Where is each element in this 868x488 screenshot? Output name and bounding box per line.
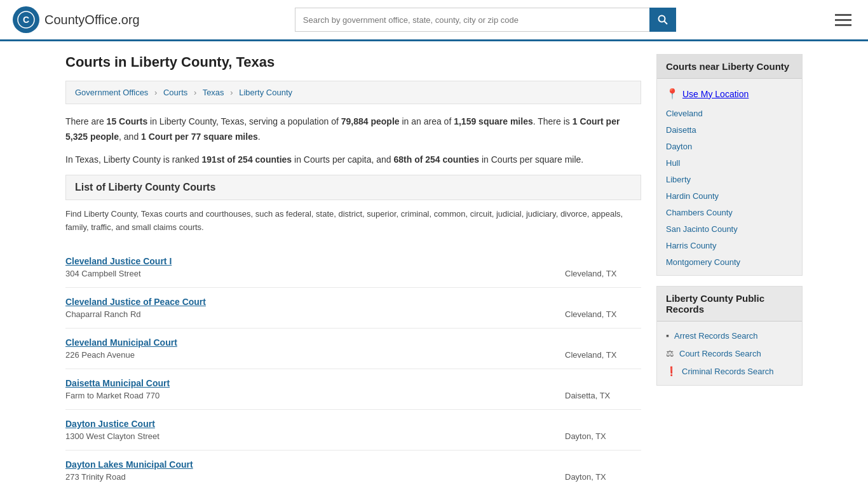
court-address: 1300 West Clayton Street bbox=[65, 431, 159, 441]
court-item: Dayton Lakes Municipal Court 273 Trinity… bbox=[65, 451, 641, 488]
logo-text: CountyOffice.org bbox=[44, 13, 140, 27]
court-details: 304 Campbell Street Cleveland, TX bbox=[65, 269, 641, 278]
court-item: Cleveland Justice Court I 304 Campbell S… bbox=[65, 247, 641, 288]
court-item: Daisetta Municipal Court Farm to Market … bbox=[65, 369, 641, 410]
pub-record-link[interactable]: Arrest Records Search bbox=[674, 331, 758, 341]
court-address: 273 Trinity Road bbox=[65, 472, 126, 482]
menu-line-1 bbox=[835, 14, 851, 16]
sidebar-county-item: San Jacinto County bbox=[657, 220, 802, 237]
logo-name: CountyOffice bbox=[44, 13, 118, 27]
use-my-location-item: 📍 Use My Location bbox=[657, 84, 802, 105]
public-records-section: Liberty County Public Records ▪ Arrest R… bbox=[656, 286, 803, 386]
courts-count: 15 Courts bbox=[107, 116, 148, 126]
svg-text:C: C bbox=[23, 15, 29, 25]
court-address: Farm to Market Road 770 bbox=[65, 391, 159, 400]
site-header: C CountyOffice.org bbox=[0, 0, 868, 41]
court-address: Chaparral Ranch Rd bbox=[65, 309, 141, 319]
sidebar-county-item: Harris County bbox=[657, 237, 802, 254]
sidebar-city-link[interactable]: Liberty bbox=[666, 175, 691, 184]
svg-point-2 bbox=[658, 16, 665, 22]
rec-icon: ❗ bbox=[666, 366, 677, 376]
breadcrumb-texas[interactable]: Texas bbox=[203, 88, 224, 97]
section-desc: Find Liberty County, Texas courts and co… bbox=[65, 208, 641, 234]
logo-icon: C bbox=[13, 6, 39, 33]
population: 79,884 people bbox=[341, 116, 400, 126]
sidebar-county-item: Hardin County bbox=[657, 187, 802, 204]
rank-miles: 68th of 254 counties bbox=[393, 154, 479, 165]
court-name[interactable]: Cleveland Justice Court I bbox=[65, 256, 641, 266]
svg-line-3 bbox=[664, 22, 667, 25]
breadcrumb-sep-1: › bbox=[154, 88, 157, 97]
search-area bbox=[295, 8, 676, 32]
per-miles: 1 Court per 77 square miles bbox=[141, 132, 258, 142]
court-item: Cleveland Municipal Court 226 Peach Aven… bbox=[65, 329, 641, 369]
sidebar-city-item: Hull bbox=[657, 154, 802, 171]
sidebar-county-link[interactable]: San Jacinto County bbox=[666, 224, 738, 234]
nearby-counties: Hardin CountyChambers CountySan Jacinto … bbox=[657, 187, 802, 270]
court-name[interactable]: Dayton Lakes Municipal Court bbox=[65, 459, 641, 470]
court-item: Dayton Justice Court 1300 West Clayton S… bbox=[65, 410, 641, 451]
rank-capita: 191st of 254 counties bbox=[202, 154, 292, 165]
court-city: Daisetta, TX bbox=[565, 391, 641, 400]
court-item: Cleveland Justice of Peace Court Chaparr… bbox=[65, 288, 641, 329]
sidebar-city-link[interactable]: Cleveland bbox=[666, 109, 703, 118]
pub-record-link[interactable]: Court Records Search bbox=[679, 349, 761, 358]
breadcrumb-sep-2: › bbox=[194, 88, 196, 97]
logo-suffix: .org bbox=[118, 13, 139, 27]
sidebar-county-link[interactable]: Chambers County bbox=[666, 208, 733, 217]
location-icon: 📍 bbox=[666, 88, 679, 100]
logo-area: C CountyOffice.org bbox=[13, 6, 140, 33]
court-name[interactable]: Cleveland Municipal Court bbox=[65, 337, 641, 348]
sidebar: Courts near Liberty County 📍 Use My Loca… bbox=[656, 54, 803, 488]
sidebar-county-link[interactable]: Hardin County bbox=[666, 191, 719, 201]
court-address: 226 Peach Avenue bbox=[65, 350, 135, 360]
search-button[interactable] bbox=[649, 8, 676, 32]
breadcrumb-gov[interactable]: Government Offices bbox=[75, 88, 148, 97]
sidebar-county-link[interactable]: Harris County bbox=[666, 241, 716, 250]
court-details: 273 Trinity Road Dayton, TX bbox=[65, 472, 641, 482]
pub-record-item: ▪ Arrest Records Search bbox=[657, 327, 802, 344]
pub-record-item: ⚖ Court Records Search bbox=[657, 344, 802, 362]
nearby-title: Courts near Liberty County bbox=[657, 55, 802, 79]
sidebar-city-item: Dayton bbox=[657, 138, 802, 154]
nearby-cities: ClevelandDaisettaDaytonHullLiberty bbox=[657, 105, 802, 187]
nearby-section: Courts near Liberty County 📍 Use My Loca… bbox=[656, 54, 803, 276]
area: 1,159 square miles bbox=[454, 116, 533, 126]
breadcrumb-liberty[interactable]: Liberty County bbox=[239, 88, 292, 97]
breadcrumb-courts[interactable]: Courts bbox=[163, 88, 187, 97]
pub-record-link[interactable]: Criminal Records Search bbox=[682, 367, 774, 376]
list-heading: List of Liberty County Courts bbox=[65, 175, 641, 200]
menu-button[interactable] bbox=[831, 10, 855, 30]
breadcrumb: Government Offices › Courts › Texas › Li… bbox=[65, 81, 641, 104]
court-name[interactable]: Daisetta Municipal Court bbox=[65, 378, 641, 388]
main-container: Courts in Liberty County, Texas Governme… bbox=[53, 41, 815, 488]
public-records-title: Liberty County Public Records bbox=[657, 287, 802, 322]
court-details: 1300 West Clayton Street Dayton, TX bbox=[65, 431, 641, 441]
court-name[interactable]: Cleveland Justice of Peace Court bbox=[65, 297, 641, 307]
pub-record-item: ❗ Criminal Records Search bbox=[657, 362, 802, 380]
court-city: Cleveland, TX bbox=[565, 269, 641, 278]
menu-line-3 bbox=[835, 24, 851, 26]
sidebar-county-link[interactable]: Montgomery County bbox=[666, 257, 740, 267]
stats-rank-block: In Texas, Liberty County is ranked 191st… bbox=[65, 152, 641, 168]
court-address: 304 Campbell Street bbox=[65, 269, 141, 278]
court-city: Cleveland, TX bbox=[565, 309, 641, 319]
sidebar-city-item: Liberty bbox=[657, 171, 802, 187]
sidebar-city-item: Cleveland bbox=[657, 105, 802, 121]
content-area: Courts in Liberty County, Texas Governme… bbox=[65, 54, 641, 488]
court-name[interactable]: Dayton Justice Court bbox=[65, 419, 641, 429]
sidebar-city-link[interactable]: Dayton bbox=[666, 142, 692, 151]
courts-list: Cleveland Justice Court I 304 Campbell S… bbox=[65, 247, 641, 488]
sidebar-city-link[interactable]: Hull bbox=[666, 158, 680, 168]
rec-icon: ⚖ bbox=[666, 348, 674, 358]
sidebar-city-item: Daisetta bbox=[657, 121, 802, 138]
court-details: 226 Peach Avenue Cleveland, TX bbox=[65, 350, 641, 360]
search-input[interactable] bbox=[295, 8, 649, 32]
sidebar-city-link[interactable]: Daisetta bbox=[666, 125, 696, 135]
sidebar-county-item: Montgomery County bbox=[657, 254, 802, 270]
court-details: Farm to Market Road 770 Daisetta, TX bbox=[65, 391, 641, 400]
use-my-location-link[interactable]: Use My Location bbox=[682, 89, 749, 99]
menu-line-2 bbox=[835, 19, 851, 21]
stats-block: There are 15 Courts in Liberty County, T… bbox=[65, 114, 641, 145]
court-details: Chaparral Ranch Rd Cleveland, TX bbox=[65, 309, 641, 319]
